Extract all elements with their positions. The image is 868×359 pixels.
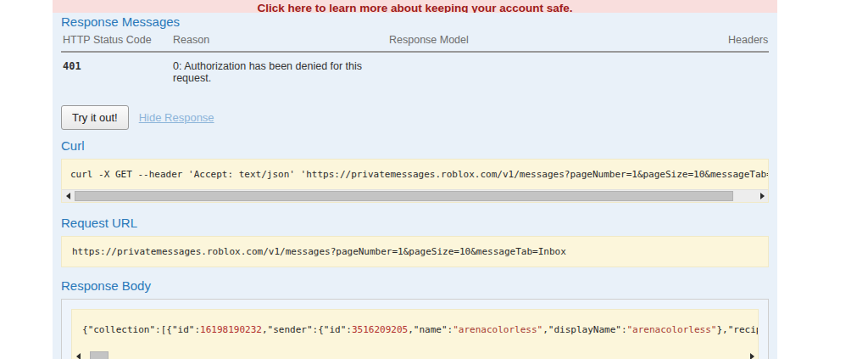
headers-cell bbox=[726, 52, 769, 94]
curl-code-block: curl -X GET --header 'Accept: text/json'… bbox=[61, 159, 769, 203]
account-safety-banner[interactable]: Click here to learn more about keeping y… bbox=[53, 0, 777, 13]
curl-scrollbar-thumb[interactable] bbox=[75, 191, 733, 201]
response-body-code-block: {"collection":[{"id":16198190232,"sender… bbox=[71, 309, 759, 359]
curl-command-text: curl -X GET --header 'Accept: text/json'… bbox=[62, 160, 768, 189]
table-header-row: HTTP Status Code Reason Response Model H… bbox=[61, 31, 769, 52]
scroll-right-arrow-icon[interactable] bbox=[748, 351, 756, 359]
column-header-http-status-code: HTTP Status Code bbox=[61, 31, 171, 52]
curl-heading: Curl bbox=[61, 138, 769, 154]
response-body-box: {"collection":[{"id":16198190232,"sender… bbox=[61, 299, 769, 359]
response-body-scrollbar[interactable] bbox=[72, 350, 758, 359]
response-body-heading: Response Body bbox=[61, 278, 769, 294]
scroll-right-arrow-icon[interactable] bbox=[758, 191, 766, 201]
response-body-scrollbar-track[interactable] bbox=[85, 351, 745, 359]
request-url-heading: Request URL bbox=[61, 216, 769, 231]
response-body-json: {"collection":[{"id":16198190232,"sender… bbox=[72, 310, 758, 350]
scroll-left-arrow-icon[interactable] bbox=[64, 191, 72, 201]
column-header-headers: Headers bbox=[726, 31, 769, 52]
response-body-scrollbar-thumb[interactable] bbox=[90, 351, 108, 359]
operation-response-panel: Response Messages HTTP Status Code Reaso… bbox=[53, 13, 777, 359]
action-row: Try it out! Hide Response bbox=[61, 105, 769, 130]
scroll-left-arrow-icon[interactable] bbox=[74, 351, 82, 359]
response-messages-heading: Response Messages bbox=[61, 14, 769, 30]
account-safety-link[interactable]: Click here to learn more about keeping y… bbox=[257, 2, 572, 13]
response-messages-table: HTTP Status Code Reason Response Model H… bbox=[61, 31, 769, 94]
column-header-reason: Reason bbox=[171, 31, 387, 52]
hide-response-link[interactable]: Hide Response bbox=[139, 111, 214, 124]
curl-scrollbar-track[interactable] bbox=[75, 191, 755, 201]
response-model-cell bbox=[387, 52, 726, 94]
reason-cell: 0: Authorization has been denied for thi… bbox=[171, 52, 387, 94]
api-operation-section: Click here to learn more about keeping y… bbox=[53, 0, 777, 359]
request-url-block: https://privatemessages.roblox.com/v1/me… bbox=[61, 236, 769, 267]
table-row: 401 0: Authorization has been denied for… bbox=[61, 52, 769, 94]
status-code-cell: 401 bbox=[61, 52, 171, 94]
request-url-text: https://privatemessages.roblox.com/v1/me… bbox=[62, 237, 768, 266]
curl-scrollbar[interactable] bbox=[62, 189, 768, 202]
try-it-out-button[interactable]: Try it out! bbox=[61, 105, 129, 130]
column-header-response-model: Response Model bbox=[387, 31, 726, 52]
